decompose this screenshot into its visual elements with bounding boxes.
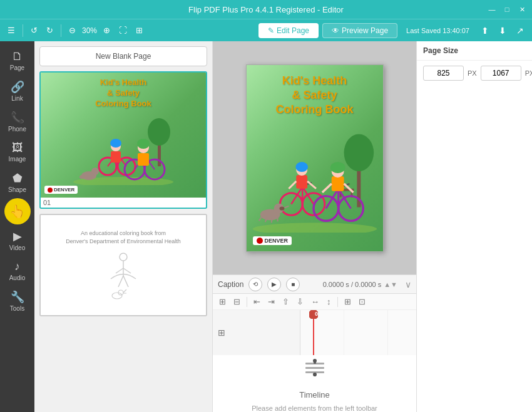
width-unit: PX <box>468 69 477 77</box>
sidebar-item-phone[interactable]: 📞 Phone <box>3 107 33 136</box>
zoom-level: 30% <box>82 26 97 35</box>
timeline-empty-icon <box>302 355 327 385</box>
tl-tb-grid-button[interactable]: ⊞ <box>217 296 228 308</box>
tl-tb-grid2-button[interactable]: ⊞ <box>342 296 354 308</box>
tl-tb-remove-button[interactable]: ⊟ <box>231 296 243 308</box>
svg-point-3 <box>148 118 170 146</box>
track-area[interactable]: 0 <box>300 310 416 355</box>
share-button[interactable]: ↗ <box>513 24 527 37</box>
svg-line-41 <box>302 186 314 204</box>
tl-dist-v-button[interactable]: ↕ <box>324 296 334 308</box>
tl-align-left-button[interactable]: ⇤ <box>251 296 263 308</box>
video-icon: ▶ <box>13 229 22 243</box>
svg-rect-69 <box>305 367 324 369</box>
new-blank-page-button[interactable]: New Blank Page <box>39 46 207 66</box>
close-button[interactable]: ✕ <box>517 4 527 14</box>
tl-separator-2 <box>337 297 338 307</box>
svg-rect-17 <box>138 153 149 166</box>
sidebar-item-image[interactable]: 🖼 Image <box>3 138 33 166</box>
tl-align-top-button[interactable]: ⇧ <box>280 296 292 308</box>
svg-line-51 <box>325 188 338 208</box>
import-button[interactable]: ⬆ <box>478 24 492 37</box>
svg-point-57 <box>330 162 345 173</box>
sidebar-item-video[interactable]: ▶ Video <box>3 226 33 255</box>
sidebar: 🗋 Page 🔗 Link 📞 Phone 🖼 Image ⬟ Shape 👆 … <box>0 41 34 412</box>
width-row: PX PX <box>417 61 532 86</box>
edit-page-button[interactable]: ✎ Edit Page <box>258 23 319 38</box>
sidebar-item-tools[interactable]: 🔧 Tools <box>3 286 33 316</box>
audio-label: Audio <box>9 274 26 281</box>
zoom-in-button[interactable]: ⊕ <box>101 24 113 36</box>
titlebar: Flip PDF Plus Pro 4.4.1 Registered - Edi… <box>0 0 532 19</box>
preview-page-button[interactable]: 👁 Preview Page <box>322 23 397 38</box>
page-icon: 🗋 <box>12 50 23 63</box>
svg-line-48 <box>307 181 316 188</box>
timeline-track: ⊞ 0 <box>213 310 416 355</box>
sidebar-item-page[interactable]: 🗋 Page <box>3 46 33 75</box>
maximize-button[interactable]: □ <box>502 4 512 14</box>
page-size-header: Page Size <box>417 41 532 61</box>
rewind-button[interactable]: ⟲ <box>248 278 262 291</box>
svg-rect-10 <box>111 151 121 163</box>
page-canvas[interactable]: Kid's Health& SafetyColoring Book <box>246 64 384 252</box>
sidebar-item-shape[interactable]: ⬟ Shape <box>3 168 33 197</box>
separator <box>23 24 23 37</box>
link-icon: 🔗 <box>11 80 24 94</box>
toolbar: ☰ ↺ ↻ ⊖ 30% ⊕ ⛶ ⊞ ✎ Edit Page 👁 Preview … <box>0 19 532 41</box>
undo-button[interactable]: ↺ <box>28 24 40 36</box>
edit-page-icon: ✎ <box>268 26 274 35</box>
minimize-button[interactable]: — <box>487 4 497 14</box>
time-arrows: ▲▼ <box>384 281 397 288</box>
caption-label: Caption <box>218 280 243 289</box>
canvas-denver-text: DENVER <box>265 238 289 244</box>
page-height-input[interactable] <box>481 66 521 81</box>
height-unit: PX <box>525 69 532 77</box>
edit-page-label: Edit Page <box>277 26 309 35</box>
tl-align-right-button[interactable]: ⇥ <box>265 296 277 308</box>
page-thumb-2[interactable]: An educational coloring book from Denver… <box>39 214 207 316</box>
svg-point-20 <box>91 168 99 175</box>
canvas-area: Kid's Health& SafetyColoring Book <box>213 41 416 412</box>
right-panel: Page Size PX PX <box>416 41 532 412</box>
sidebar-item-audio[interactable]: ♪ Audio <box>3 256 33 285</box>
timeline-empty-subtitle: Please add elements from the left toolba… <box>252 404 377 412</box>
svg-point-67 <box>279 206 284 210</box>
timeline-empty: Timeline Please add elements from the le… <box>213 355 416 412</box>
export-button[interactable]: ⬇ <box>496 24 509 37</box>
playhead-num: 0 <box>315 311 318 317</box>
tools-icon: 🔧 <box>11 290 24 304</box>
expand-button[interactable]: ∨ <box>405 279 411 289</box>
sidebar-item-cursor[interactable]: 👆 <box>4 198 31 224</box>
image-label: Image <box>9 156 26 163</box>
fit-screen-button[interactable]: ⛶ <box>116 24 130 36</box>
phone-label: Phone <box>8 126 26 133</box>
redo-button[interactable]: ↻ <box>44 24 56 36</box>
hamburger-button[interactable]: ☰ <box>5 24 18 36</box>
svg-line-47 <box>289 181 296 188</box>
svg-point-34 <box>344 134 374 171</box>
playhead[interactable]: 0 <box>313 310 314 355</box>
play-button[interactable]: ▶ <box>267 278 281 291</box>
grid-toggle-button[interactable]: ⊞ <box>133 24 145 36</box>
page-thumb-1[interactable]: Kid's Health& SafetyColoring Book <box>39 71 207 209</box>
track-grid-icon: ⊞ <box>218 328 225 338</box>
svg-point-32 <box>252 223 376 233</box>
canvas-main[interactable]: Kid's Health& SafetyColoring Book <box>213 41 416 274</box>
cursor-icon: 👆 <box>9 204 25 219</box>
sidebar-item-link[interactable]: 🔗 Link <box>3 76 33 106</box>
svg-rect-55 <box>331 176 344 191</box>
tl-tb-grid3-button[interactable]: ⊡ <box>356 296 368 308</box>
timeline-empty-title: Timeline <box>299 390 330 399</box>
canvas-book-cover: Kid's Health& SafetyColoring Book <box>247 65 383 251</box>
zoom-out-button[interactable]: ⊖ <box>66 24 78 36</box>
separator <box>61 24 61 37</box>
page-number-1: 01 <box>41 198 206 208</box>
timeline-toolbar: ⊞ ⊟ ⇤ ⇥ ⇧ ⇩ ↔ ↕ ⊞ ⊡ <box>213 294 416 310</box>
stop-button[interactable]: ■ <box>286 278 300 291</box>
svg-point-18 <box>137 139 150 149</box>
tl-align-bottom-button[interactable]: ⇩ <box>294 296 306 308</box>
svg-point-73 <box>313 359 317 363</box>
tl-dist-h-button[interactable]: ↔ <box>309 296 322 308</box>
svg-line-27 <box>123 276 128 287</box>
page-width-input[interactable] <box>423 66 464 81</box>
